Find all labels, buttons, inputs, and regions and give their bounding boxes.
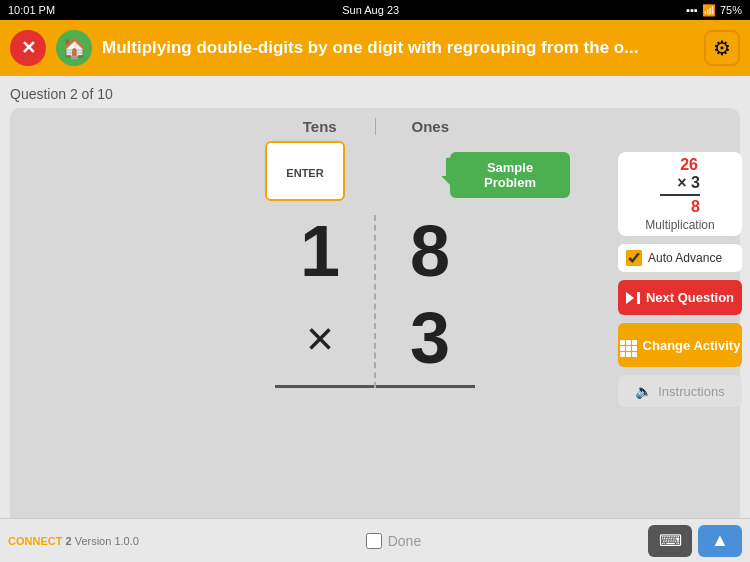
status-right: ▪▪▪ 📶 75% bbox=[686, 4, 742, 17]
settings-button[interactable]: ⚙ bbox=[704, 30, 740, 66]
play-pause-icon bbox=[626, 292, 640, 304]
close-icon: ✕ bbox=[21, 37, 36, 59]
keyboard-button[interactable]: ⌨ bbox=[648, 525, 692, 557]
version-label: Version 1.0.0 bbox=[75, 535, 139, 547]
status-date: Sun Aug 23 bbox=[342, 4, 399, 16]
thumbnail-label: Multiplication bbox=[645, 218, 714, 232]
next-question-label: Next Question bbox=[646, 290, 734, 305]
multiplier-digit: 3 bbox=[375, 297, 485, 379]
gear-icon: ⚙ bbox=[713, 36, 731, 60]
status-bar: 10:01 PM Sun Aug 23 ▪▪▪ 📶 75% bbox=[0, 0, 750, 20]
change-activity-label: Change Activity bbox=[643, 338, 741, 353]
change-activity-button[interactable]: Change Activity bbox=[618, 323, 742, 367]
logo-area: CONNECT 2 Version 1.0.0 bbox=[8, 535, 139, 547]
auto-advance-row[interactable]: Auto Advance bbox=[618, 244, 742, 272]
thumb-result: 8 bbox=[691, 198, 700, 216]
ones-digit: 8 bbox=[375, 215, 485, 287]
sample-problem-button[interactable]: Sample Problem bbox=[450, 152, 570, 198]
auto-advance-label: Auto Advance bbox=[648, 251, 722, 265]
signal-icon: ▪▪▪ bbox=[686, 4, 698, 16]
wifi-icon: 📶 bbox=[702, 4, 716, 17]
bottom-right-buttons: ⌨ ▲ bbox=[648, 525, 742, 557]
page-title: Multiplying double-digits by one digit w… bbox=[102, 38, 694, 58]
enter-box-label: ENTER bbox=[286, 167, 323, 179]
multiply-sign: × bbox=[265, 311, 375, 366]
thumb-line1: 26 bbox=[680, 156, 700, 174]
keyboard-icon: ⌨ bbox=[659, 531, 682, 550]
grid-icon bbox=[620, 333, 637, 357]
tens-label: Tens bbox=[265, 118, 375, 135]
status-time: 10:01 PM bbox=[8, 4, 55, 16]
math-display: 1 8 × 3 bbox=[265, 215, 485, 388]
done-area: CONNECT 2 Version 1.0.0 bbox=[8, 535, 139, 547]
battery-icon: 75% bbox=[720, 4, 742, 16]
main-content: Question 2 of 10 Tens Ones ENTER ⬇ 1 bbox=[0, 76, 750, 562]
instructions-button[interactable]: 🔈 Instructions bbox=[618, 375, 742, 407]
home-button[interactable]: 🏠 bbox=[56, 30, 92, 66]
expand-icon: ▲ bbox=[711, 530, 729, 551]
ones-label: Ones bbox=[376, 118, 486, 135]
columns-header: Tens Ones bbox=[265, 118, 485, 135]
next-question-button[interactable]: Next Question bbox=[618, 280, 742, 315]
done-label: Done bbox=[388, 533, 421, 549]
auto-advance-checkbox[interactable] bbox=[626, 250, 642, 266]
close-button[interactable]: ✕ bbox=[10, 30, 46, 66]
instructions-label: Instructions bbox=[658, 384, 724, 399]
expand-button[interactable]: ▲ bbox=[698, 525, 742, 557]
logo-text: CON bbox=[8, 535, 32, 547]
volume-icon: 🔈 bbox=[635, 383, 652, 399]
logo-number: 2 bbox=[65, 535, 74, 547]
enter-box[interactable]: ENTER bbox=[265, 141, 345, 201]
thumb-line2: × 3 bbox=[677, 174, 700, 192]
done-row: Done bbox=[139, 533, 648, 549]
vertical-divider bbox=[374, 215, 376, 388]
done-checkbox[interactable] bbox=[366, 533, 382, 549]
right-panel: 26 × 3 8 Multiplication Auto Advance Nex… bbox=[610, 152, 750, 407]
bottom-bar: CONNECT 2 Version 1.0.0 Done ⌨ ▲ bbox=[0, 518, 750, 562]
header: ✕ 🏠 Multiplying double-digits by one dig… bbox=[0, 20, 750, 76]
question-label: Question 2 of 10 bbox=[10, 86, 740, 102]
home-icon: 🏠 bbox=[62, 36, 87, 60]
tens-digit: 1 bbox=[265, 215, 375, 287]
sample-problem-area: Sample Problem bbox=[450, 152, 570, 198]
multiplication-thumbnail[interactable]: 26 × 3 8 Multiplication bbox=[618, 152, 742, 236]
